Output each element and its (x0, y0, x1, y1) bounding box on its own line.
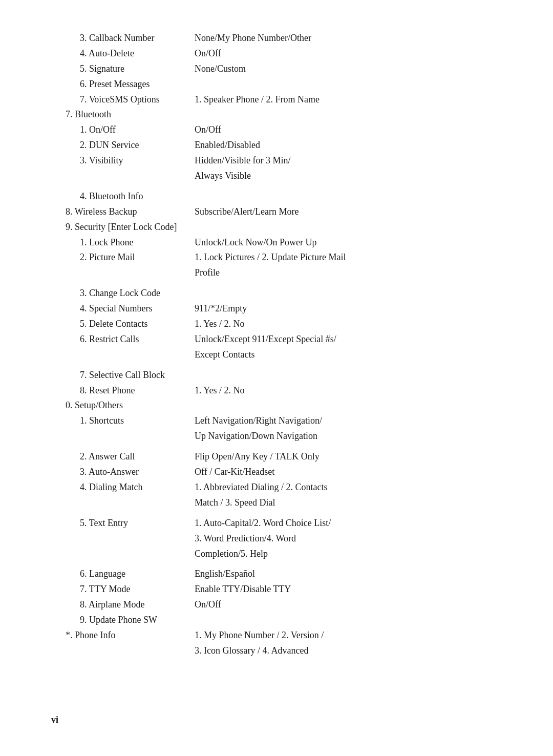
menu-row: 7. Selective Call Block (51, 368, 502, 383)
menu-row: Profile (51, 265, 502, 281)
menu-item-label (51, 347, 195, 363)
menu-item-options: 3. Word Prediction/4. Word (195, 531, 502, 547)
menu-item-label: 7. TTY Mode (51, 582, 195, 597)
menu-item-label: 2. Answer Call (51, 449, 195, 465)
menu-row: 3. Icon Glossary / 4. Advanced (51, 643, 502, 659)
menu-item-label: 6. Restrict Calls (51, 332, 195, 347)
menu-item-options (195, 613, 502, 628)
menu-item-options: 1. My Phone Number / 2. Version / (195, 628, 502, 643)
menu-item-options: Enable TTY/Disable TTY (195, 582, 502, 597)
menu-item-label (51, 265, 195, 281)
menu-item-options: Except Contacts (195, 347, 502, 363)
menu-row: 5. Text Entry1. Auto-Capital/2. Word Cho… (51, 516, 502, 531)
menu-item-label (51, 429, 195, 444)
menu-item-options: On/Off (195, 46, 502, 61)
menu-row: Completion/5. Help (51, 547, 502, 562)
spacer-row (51, 184, 502, 189)
menu-item-options: On/Off (195, 122, 502, 138)
spacer-row (51, 363, 502, 368)
menu-item-label (51, 547, 195, 562)
menu-item-options: Enabled/Disabled (195, 138, 502, 153)
menu-item-label: 4. Bluetooth Info (51, 189, 195, 204)
menu-item-label: 3. Callback Number (51, 31, 195, 46)
menu-row: 8. Wireless BackupSubscribe/Alert/Learn … (51, 204, 502, 220)
menu-item-label: 9. Security [Enter Lock Code] (51, 220, 195, 235)
menu-row: Always Visible (51, 169, 502, 184)
menu-row: 8. Reset Phone1. Yes / 2. No (51, 383, 502, 398)
menu-row: 8. Airplane ModeOn/Off (51, 597, 502, 613)
menu-item-label: 8. Airplane Mode (51, 597, 195, 613)
menu-item-label: 5. Text Entry (51, 516, 195, 531)
menu-item-options: Hidden/Visible for 3 Min/ (195, 153, 502, 169)
menu-item-label: 4. Special Numbers (51, 301, 195, 317)
menu-item-options: Always Visible (195, 169, 502, 184)
spacer-row (51, 281, 502, 286)
menu-row: 6. Preset Messages (51, 77, 502, 92)
menu-row: 4. Special Numbers911/*2/Empty (51, 301, 502, 317)
menu-row: 6. Restrict CallsUnlock/Except 911/Excep… (51, 332, 502, 347)
menu-row: 6. LanguageEnglish/Español (51, 566, 502, 582)
spacer-row (51, 444, 502, 449)
menu-item-options: None/My Phone Number/Other (195, 31, 502, 46)
menu-item-options: English/Español (195, 566, 502, 582)
menu-row: 9. Update Phone SW (51, 613, 502, 628)
menu-item-options: Left Navigation/Right Navigation/ (195, 413, 502, 429)
spacer-row (51, 511, 502, 516)
menu-item-label: 7. VoiceSMS Options (51, 92, 195, 108)
menu-item-label: 0. Setup/Others (51, 398, 195, 413)
menu-item-label: 6. Language (51, 566, 195, 582)
menu-item-options: 911/*2/Empty (195, 301, 502, 317)
menu-item-options: Off / Car-Kit/Headset (195, 465, 502, 480)
menu-row: 3. Change Lock Code (51, 286, 502, 301)
menu-item-options: Up Navigation/Down Navigation (195, 429, 502, 444)
menu-row: 4. Auto-DeleteOn/Off (51, 46, 502, 61)
menu-item-label: 1. On/Off (51, 122, 195, 138)
menu-item-options: On/Off (195, 597, 502, 613)
menu-item-options: Completion/5. Help (195, 547, 502, 562)
page-container: 3. Callback NumberNone/My Phone Number/O… (0, 0, 553, 756)
menu-item-options: 1. Yes / 2. No (195, 317, 502, 332)
menu-item-options: 1. Lock Pictures / 2. Update Picture Mai… (195, 250, 502, 265)
menu-item-options: 1. Speaker Phone / 2. From Name (195, 92, 502, 108)
menu-item-label (51, 531, 195, 547)
menu-item-options (195, 107, 502, 122)
menu-item-label: 8. Wireless Backup (51, 204, 195, 220)
menu-row: 5. Delete Contacts1. Yes / 2. No (51, 317, 502, 332)
menu-row: 5. SignatureNone/Custom (51, 61, 502, 77)
menu-item-options (195, 189, 502, 204)
menu-item-options: 1. Yes / 2. No (195, 383, 502, 398)
menu-item-label: 6. Preset Messages (51, 77, 195, 92)
menu-item-label: 2. DUN Service (51, 138, 195, 153)
menu-table: 3. Callback NumberNone/My Phone Number/O… (51, 31, 502, 659)
menu-item-options: Match / 3. Speed Dial (195, 495, 502, 511)
menu-item-options: 3. Icon Glossary / 4. Advanced (195, 643, 502, 659)
menu-item-label (51, 495, 195, 511)
menu-item-options: Unlock/Lock Now/On Power Up (195, 235, 502, 250)
spacer-row (51, 561, 502, 566)
menu-item-options (195, 368, 502, 383)
menu-item-label: 3. Change Lock Code (51, 286, 195, 301)
menu-item-options (195, 220, 502, 235)
menu-row: 1. Lock PhoneUnlock/Lock Now/On Power Up (51, 235, 502, 250)
menu-item-label: *. Phone Info (51, 628, 195, 643)
menu-row: Except Contacts (51, 347, 502, 363)
menu-row: 3. VisibilityHidden/Visible for 3 Min/ (51, 153, 502, 169)
menu-item-label (51, 169, 195, 184)
menu-item-options (195, 286, 502, 301)
menu-item-options (195, 77, 502, 92)
menu-row: 7. Bluetooth (51, 107, 502, 122)
menu-item-options: None/Custom (195, 61, 502, 77)
menu-row: 0. Setup/Others (51, 398, 502, 413)
menu-item-label: 7. Selective Call Block (51, 368, 195, 383)
menu-row: 3. Word Prediction/4. Word (51, 531, 502, 547)
menu-item-label: 1. Lock Phone (51, 235, 195, 250)
menu-item-label: 3. Visibility (51, 153, 195, 169)
menu-item-label: 1. Shortcuts (51, 413, 195, 429)
menu-item-label: 5. Delete Contacts (51, 317, 195, 332)
menu-row: 1. On/OffOn/Off (51, 122, 502, 138)
menu-row: 7. VoiceSMS Options1. Speaker Phone / 2.… (51, 92, 502, 108)
menu-item-options: 1. Auto-Capital/2. Word Choice List/ (195, 516, 502, 531)
page-number: vi (51, 715, 58, 725)
menu-item-label: 2. Picture Mail (51, 250, 195, 265)
menu-row: 3. Callback NumberNone/My Phone Number/O… (51, 31, 502, 46)
